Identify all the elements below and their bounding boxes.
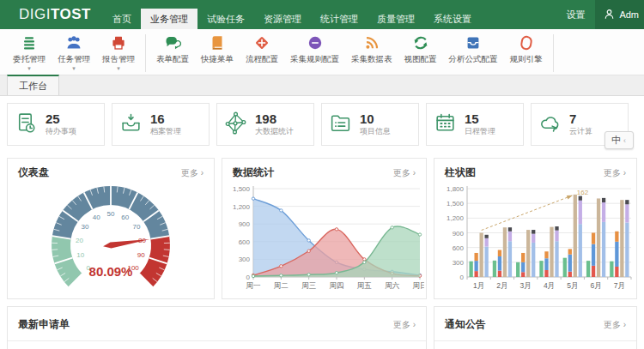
nav-item-quality[interactable]: 质量管理 — [368, 9, 424, 29]
more-link[interactable]: 更多 › — [181, 167, 204, 179]
card-label: 云计算 — [569, 127, 592, 136]
svg-text:900: 900 — [239, 220, 251, 228]
svg-text:周二: 周二 — [274, 281, 289, 290]
dropdown-caret-icon[interactable]: ▾ — [27, 66, 31, 71]
logo-bold: TOST — [51, 6, 91, 23]
user-name: Adm — [619, 9, 639, 20]
toolbar-item-tasks[interactable]: 任务管理 ▾ — [52, 33, 96, 72]
toolbar-item-collection-rules[interactable]: 采集规则配置 — [284, 33, 345, 66]
svg-text:20: 20 — [76, 237, 83, 244]
card-bigdata[interactable]: 198 大数据统计 — [216, 103, 314, 146]
requests-panel: 最新申请单 更多 › — [7, 306, 427, 349]
svg-text:周六: 周六 — [385, 281, 400, 290]
svg-text:30: 30 — [82, 223, 89, 231]
circle-minus-icon — [307, 34, 324, 51]
svg-text:6月: 6月 — [590, 281, 601, 290]
ime-lang: 中 — [611, 134, 621, 147]
gauge-panel: 仪表盘 更多 › 010203040506070809010080.09% — [7, 158, 215, 299]
nav-item-system[interactable]: 系统设置 — [424, 9, 481, 29]
svg-text:0: 0 — [460, 274, 465, 281]
toolbar-item-label: 分析公式配置 — [449, 54, 498, 65]
toolbar-item-reports[interactable]: 报告管理 ▾ — [96, 33, 141, 72]
panel-title: 仪表盘 — [18, 165, 49, 180]
svg-text:1,500: 1,500 — [233, 185, 251, 193]
card-value: 10 — [360, 112, 391, 127]
bottom-panels: 最新申请单 更多 › 通知公告 更多 › — [7, 306, 644, 349]
toolbar-item-rule-engine[interactable]: 规则引擎 — [504, 33, 549, 66]
svg-text:周三: 周三 — [301, 281, 316, 290]
logo-light: DIGI — [19, 6, 51, 23]
list-icon — [21, 34, 38, 51]
more-link[interactable]: 更多 › — [604, 319, 626, 331]
svg-text:周四: 周四 — [330, 281, 344, 290]
toolbar-item-label: 采集数据表 — [351, 54, 392, 65]
toolbar-item-label: 报告管理 — [102, 54, 135, 65]
settings-link[interactable]: 设置 — [556, 9, 595, 21]
toolbar-item-label: 任务管理 — [58, 54, 90, 65]
toolbar-item-analysis-formula[interactable]: 分析公式配置 — [443, 33, 504, 66]
card-label: 待办事项 — [46, 127, 76, 136]
card-label: 档案管理 — [150, 127, 181, 136]
svg-text:4月: 4月 — [544, 281, 555, 290]
nav-item-resources[interactable]: 资源管理 — [254, 9, 311, 29]
toolbar-item-entrust[interactable]: 委托管理 ▾ — [7, 33, 52, 72]
svg-text:1,200: 1,200 — [447, 214, 465, 222]
toolbar-item-process-config[interactable]: 流程配置 — [240, 33, 284, 66]
more-link[interactable]: 更多 › — [604, 167, 626, 179]
card-todo[interactable]: 25 待办事项 — [7, 103, 105, 146]
ribbon-toolbar: 委托管理 ▾ 任务管理 ▾ 报告管理 ▾ 表单配置 快捷菜单 流程配置 采集规则… — [0, 29, 644, 75]
svg-text:300: 300 — [239, 256, 251, 263]
svg-text:周五: 周五 — [357, 281, 373, 290]
bigdata-network-icon — [224, 111, 247, 138]
card-label: 日程管理 — [465, 127, 495, 136]
main-menu: 首页 业务管理 试验任务 资源管理 统计管理 质量管理 系统设置 — [103, 0, 481, 29]
toolbar-item-quick-menu[interactable]: 快捷菜单 — [195, 33, 240, 66]
toolbar-item-label: 视图配置 — [404, 54, 437, 65]
panel-title: 最新申请单 — [18, 317, 70, 332]
card-value: 7 — [569, 112, 592, 127]
top-navbar: DIGITOST 首页 业务管理 试验任务 资源管理 统计管理 质量管理 系统设… — [0, 0, 644, 29]
card-project[interactable]: 10 项目信息 — [321, 103, 419, 146]
card-schedule[interactable]: 15 日程管理 — [426, 103, 524, 146]
bar-panel: 柱状图 更多 › 03006009001,2001,5001,8001月2月3月… — [434, 158, 637, 299]
toolbar-item-label: 表单配置 — [156, 54, 189, 65]
area-panel: 数据统计 更多 › 03006009001,2001,500周一周二周三周四周五… — [222, 158, 427, 299]
user-menu[interactable]: Adm — [595, 0, 644, 29]
svg-text:50: 50 — [107, 210, 115, 218]
svg-text:40: 40 — [93, 214, 100, 221]
more-link[interactable]: 更多 › — [393, 167, 416, 179]
svg-text:60: 60 — [121, 214, 129, 221]
inbox-icon — [465, 34, 482, 51]
nav-item-business[interactable]: 业务管理 — [141, 9, 197, 29]
dropdown-caret-icon[interactable]: ▾ — [117, 66, 120, 71]
toolbar-item-form-config[interactable]: 表单配置 — [150, 33, 195, 66]
card-value: 16 — [150, 112, 181, 127]
svg-text:1,200: 1,200 — [233, 203, 251, 211]
panel-title: 数据统计 — [233, 165, 274, 180]
svg-text:1,500: 1,500 — [447, 200, 465, 208]
svg-text:7月: 7月 — [614, 281, 625, 290]
project-folder-icon — [329, 111, 352, 138]
users-icon — [65, 34, 82, 51]
nav-item-statistics[interactable]: 统计管理 — [311, 9, 368, 29]
archive-icon — [119, 111, 143, 138]
bar-chart: 03006009001,2001,5001,8001月2月3月4月5月6月7月1… — [434, 182, 636, 298]
card-value: 15 — [465, 112, 495, 127]
nav-item-home[interactable]: 首页 — [103, 9, 141, 29]
toolbar-item-label: 委托管理 — [13, 54, 46, 65]
more-link[interactable]: 更多 › — [393, 319, 416, 331]
toolbar-item-label: 规则引擎 — [510, 54, 543, 65]
ime-indicator[interactable]: 中 ‹ — [605, 131, 634, 149]
svg-text:80.09%: 80.09% — [89, 264, 133, 279]
panel-title: 柱状图 — [445, 165, 476, 180]
toolbar-item-collection-tables[interactable]: 采集数据表 — [345, 33, 398, 66]
nav-item-test-tasks[interactable]: 试验任务 — [197, 9, 254, 29]
dropdown-caret-icon[interactable]: ▾ — [72, 66, 76, 71]
diamond-plus-icon — [253, 34, 270, 51]
card-archive[interactable]: 16 档案管理 — [112, 103, 210, 146]
cloud-icon — [538, 111, 562, 138]
tab-workbench[interactable]: 工作台 — [7, 75, 59, 95]
panel-title: 通知公告 — [445, 317, 486, 332]
app-logo: DIGITOST — [19, 0, 91, 29]
toolbar-item-view-config[interactable]: 视图配置 — [398, 33, 443, 66]
